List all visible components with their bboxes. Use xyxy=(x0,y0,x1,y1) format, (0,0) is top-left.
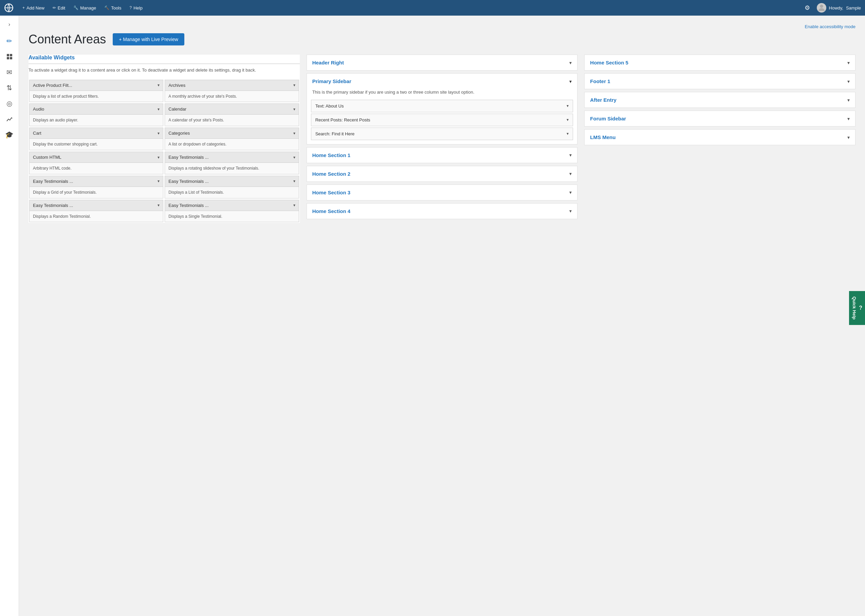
header-right-header[interactable]: Header Right ▾ xyxy=(307,55,577,70)
live-preview-button[interactable]: + Manage with Live Preview xyxy=(113,33,184,46)
widget-desc: Arbitrary HTML code. xyxy=(30,163,163,174)
sidebar-icon-pencil[interactable]: ✏ xyxy=(2,34,17,48)
sidebar-expand-button[interactable]: › xyxy=(3,18,16,30)
collapse-arrow-icon: ▾ xyxy=(569,190,572,195)
main-content: Enable accessibility mode Content Areas … xyxy=(19,16,865,616)
forum-sidebar-header[interactable]: Forum Sidebar ▾ xyxy=(585,111,855,126)
page-title: Content Areas xyxy=(28,32,106,47)
collapse-arrow-icon: ▾ xyxy=(569,152,572,158)
quick-help-label: Quick Help xyxy=(852,297,857,319)
site-logo[interactable] xyxy=(4,3,14,13)
widget-item[interactable]: Cart ▾ Display the customer shopping car… xyxy=(29,127,163,150)
sidebar-widget-text[interactable]: Text: About Us ▾ xyxy=(311,100,574,112)
quick-help-button[interactable]: ? Quick Help xyxy=(849,291,865,325)
after-entry-header[interactable]: After Entry ▾ xyxy=(585,92,855,107)
settings-button[interactable]: ⚙ xyxy=(802,2,813,13)
add-icon: + xyxy=(22,5,25,10)
sidebar-icon-graduation[interactable]: 🎓 xyxy=(2,127,17,142)
primary-sidebar-area: Primary Sidebar ▾ This is the primary si… xyxy=(307,73,578,145)
widget-name: Easy Testimonials ... xyxy=(169,155,208,160)
manage-label: Manage xyxy=(80,5,96,11)
widget-name: Cart xyxy=(33,130,41,136)
wrench-icon: 🔧 xyxy=(73,5,79,10)
widget-item[interactable]: Easy Testimonials ... ▾ Displays a Rando… xyxy=(29,200,163,223)
widget-item-header[interactable]: Easy Testimonials ... ▾ xyxy=(30,176,163,187)
sidebar-icon-target[interactable]: ◎ xyxy=(2,96,17,111)
dropdown-arrow-icon: ▾ xyxy=(158,131,159,136)
edit-nav[interactable]: ✏ Edit xyxy=(49,3,69,13)
sidebar-icon-chart[interactable] xyxy=(2,112,17,126)
widget-name: Calendar xyxy=(169,107,186,112)
add-new-nav[interactable]: + Add New xyxy=(19,3,48,13)
widget-item-header[interactable]: Calendar ▾ xyxy=(165,104,298,115)
widget-item-header[interactable]: Easy Testimonials ... ▾ xyxy=(165,152,298,163)
widget-item-header[interactable]: Cart ▾ xyxy=(30,128,163,139)
help-circle-icon: ? xyxy=(130,5,132,10)
widget-item-header[interactable]: Categories ▾ xyxy=(165,128,298,139)
svg-rect-2 xyxy=(7,54,9,56)
widget-name: Audio xyxy=(33,107,44,112)
footer-1-area: Footer 1 ▾ xyxy=(584,73,856,89)
accessibility-link[interactable]: Enable accessibility mode xyxy=(805,24,856,29)
manage-nav[interactable]: 🔧 Manage xyxy=(70,3,99,13)
widgets-grid: Active Product Filt... ▾ Display a list … xyxy=(28,79,300,223)
help-label: Help xyxy=(134,5,143,11)
widget-item-header[interactable]: Active Product Filt... ▾ xyxy=(30,80,163,91)
collapse-arrow-icon: ▾ xyxy=(847,116,850,121)
home-section-5-area: Home Section 5 ▾ xyxy=(584,55,856,71)
home-section-3-header[interactable]: Home Section 3 ▾ xyxy=(307,185,577,200)
home-section-5-header[interactable]: Home Section 5 ▾ xyxy=(585,55,855,70)
svg-rect-3 xyxy=(10,54,12,56)
sidebar-icon-arrows[interactable]: ⇅ xyxy=(2,81,17,95)
collapse-arrow-icon: ▾ xyxy=(569,171,572,176)
user-menu[interactable]: Howdy, Sample xyxy=(817,3,861,13)
admin-bar: + Add New ✏ Edit 🔧 Manage 🔨 Tools ? Help… xyxy=(0,0,865,16)
howdy-text: Howdy, xyxy=(829,5,843,11)
forum-sidebar-title: Forum Sidebar xyxy=(590,116,626,121)
widget-item[interactable]: Active Product Filt... ▾ Display a list … xyxy=(29,80,163,102)
edit-label: Edit xyxy=(58,5,65,11)
widget-name: Easy Testimonials ... xyxy=(33,179,73,184)
widget-item[interactable]: Easy Testimonials ... ▾ Displays a Singl… xyxy=(165,200,299,223)
lms-menu-header[interactable]: LMS Menu ▾ xyxy=(585,130,855,145)
widget-item[interactable]: Easy Testimonials ... ▾ Display a Grid o… xyxy=(29,176,163,198)
collapse-arrow-icon: ▾ xyxy=(847,79,850,84)
collapse-arrow-icon: ▾ xyxy=(847,97,850,103)
widget-expand-arrow-icon: ▾ xyxy=(567,104,569,108)
footer-1-header[interactable]: Footer 1 ▾ xyxy=(585,74,855,89)
lms-menu-title: LMS Menu xyxy=(590,134,616,140)
sidebar-widget-recent-posts[interactable]: Recent Posts: Recent Posts ▾ xyxy=(311,114,574,126)
widget-name: Custom HTML xyxy=(33,155,61,160)
widget-desc: Displays a rotating slideshow of your Te… xyxy=(165,163,298,174)
tools-label: Tools xyxy=(111,5,121,11)
after-entry-area: After Entry ▾ xyxy=(584,92,856,108)
sidebar-widget-search[interactable]: Search: Find it Here ▾ xyxy=(311,127,574,140)
home-section-4-header[interactable]: Home Section 4 ▾ xyxy=(307,204,577,219)
widget-item-header[interactable]: Archives ▾ xyxy=(165,80,298,91)
help-nav[interactable]: ? Help xyxy=(126,3,146,13)
home-section-1-header[interactable]: Home Section 1 ▾ xyxy=(307,148,577,163)
widget-item[interactable]: Custom HTML ▾ Arbitrary HTML code. xyxy=(29,152,163,174)
widget-item[interactable]: Easy Testimonials ... ▾ Displays a rotat… xyxy=(165,152,299,174)
tools-nav[interactable]: 🔨 Tools xyxy=(101,3,124,13)
widget-item-header[interactable]: Audio ▾ xyxy=(30,104,163,115)
question-mark-icon: ? xyxy=(859,305,862,311)
widget-item[interactable]: Audio ▾ Displays an audio player. xyxy=(29,104,163,126)
dropdown-arrow-icon: ▾ xyxy=(158,83,159,88)
home-section-2-header[interactable]: Home Section 2 ▾ xyxy=(307,166,577,181)
widget-item[interactable]: Calendar ▾ A calendar of your site's Pos… xyxy=(165,104,299,126)
widget-desc: Displays a List of Testimonials. xyxy=(165,187,298,198)
widget-item[interactable]: Archives ▾ A monthly archive of your sit… xyxy=(165,80,299,102)
widget-item-header[interactable]: Easy Testimonials ... ▾ xyxy=(165,200,298,211)
widget-item[interactable]: Easy Testimonials ... ▾ Displays a List … xyxy=(165,176,299,198)
widget-item[interactable]: Categories ▾ A list or dropdown of categ… xyxy=(165,127,299,150)
home-section-1-area: Home Section 1 ▾ xyxy=(307,147,578,163)
widget-item-header[interactable]: Easy Testimonials ... ▾ xyxy=(30,200,163,211)
sidebar-widget-search-label: Search: Find it Here xyxy=(315,131,355,136)
widget-item-header[interactable]: Custom HTML ▾ xyxy=(30,152,163,163)
widget-item-header[interactable]: Easy Testimonials ... ▾ xyxy=(165,176,298,187)
sidebar-icon-grid[interactable] xyxy=(2,50,17,64)
sidebar-icon-email[interactable]: ✉ xyxy=(2,65,17,79)
dropdown-arrow-icon: ▾ xyxy=(293,131,295,136)
primary-sidebar-header[interactable]: Primary Sidebar ▾ xyxy=(307,74,577,89)
